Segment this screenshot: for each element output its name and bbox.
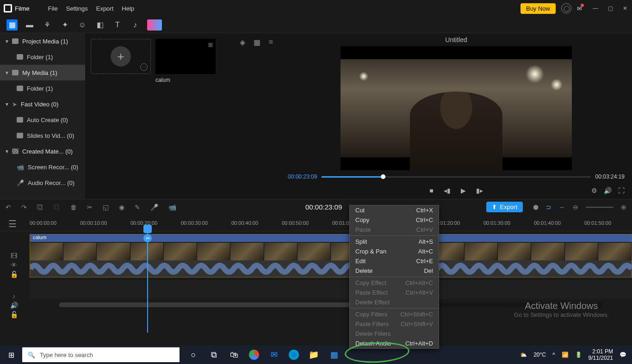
zoom-slider[interactable] bbox=[586, 207, 613, 208]
taskbar-search[interactable]: 🔍 Type here to search bbox=[22, 347, 180, 362]
filme-taskbar-icon[interactable]: ▦ bbox=[328, 349, 340, 360]
sidebar-item-fast-video[interactable]: ▼➤Fast Video (0) bbox=[0, 96, 85, 112]
color-button[interactable]: ✎ bbox=[135, 204, 140, 211]
layers-icon[interactable]: ◈ bbox=[240, 38, 245, 47]
playhead[interactable]: ✂ bbox=[147, 228, 148, 333]
delete-button[interactable]: 🗑 bbox=[70, 204, 77, 211]
speed-button[interactable]: ◉ bbox=[119, 204, 124, 211]
sidebar-item-folder-2[interactable]: Folder (1) bbox=[0, 80, 85, 96]
close-button[interactable]: ✕ bbox=[622, 5, 628, 12]
magnet-icon[interactable]: ⊃ bbox=[546, 204, 551, 211]
task-view-icon[interactable]: ⧉ bbox=[208, 349, 219, 360]
split-button[interactable]: ✂ bbox=[87, 204, 93, 211]
mail-icon[interactable]: ✉ bbox=[268, 349, 279, 360]
sort-icon[interactable]: ≡ bbox=[269, 38, 273, 47]
weather-icon[interactable]: ⛅ bbox=[520, 352, 527, 358]
weather-temp[interactable]: 20°C bbox=[533, 352, 546, 358]
folder-icon[interactable]: ▬ bbox=[24, 19, 35, 31]
text-icon[interactable]: T bbox=[112, 19, 123, 31]
explorer-icon[interactable]: 📁 bbox=[308, 349, 319, 360]
preview-scrubber[interactable] bbox=[322, 176, 590, 178]
sidebar-item-project-media[interactable]: ▼Project Media (1) bbox=[0, 33, 85, 49]
transitions-icon[interactable]: ⚘ bbox=[42, 19, 53, 31]
ctx-crop-pan[interactable]: Crop & PanAlt+C bbox=[350, 247, 439, 256]
sidebar-item-my-media[interactable]: ▼My Media (1) bbox=[0, 65, 85, 80]
minimize-button[interactable]: — bbox=[592, 5, 599, 12]
notifications-icon[interactable]: ✉ bbox=[577, 5, 582, 12]
zoom-out-button[interactable]: ⊖ bbox=[573, 204, 578, 211]
crop-button[interactable]: ◱ bbox=[103, 204, 109, 211]
import-media-button[interactable]: + ⋯ bbox=[91, 39, 151, 74]
record-button[interactable]: 📹 bbox=[168, 204, 176, 211]
media-clip[interactable]: ⊞ calum bbox=[155, 39, 216, 83]
preview-viewport[interactable] bbox=[341, 46, 572, 170]
ctx-copy[interactable]: CopyCtrl+C bbox=[350, 215, 439, 225]
audio-waveform bbox=[30, 260, 632, 277]
filters-icon[interactable]: ◧ bbox=[94, 19, 105, 31]
audio-icon[interactable]: ♪ bbox=[130, 19, 141, 31]
sidebar-item-auto-create[interactable]: Auto Create (0) bbox=[0, 112, 85, 128]
upload-icon: ⬆ bbox=[492, 204, 497, 210]
sidebar-item-screen-recorder[interactable]: 📹Screen Recor... (0) bbox=[0, 159, 85, 175]
zoom-in-button[interactable]: ⊕ bbox=[621, 204, 626, 211]
store-icon[interactable]: 🛍 bbox=[229, 349, 240, 360]
eye-icon[interactable]: 👁 bbox=[11, 261, 17, 269]
video-badge-icon: ⊞ bbox=[208, 42, 213, 48]
more-icon[interactable]: ⋯ bbox=[140, 63, 148, 71]
fit-icon[interactable]: ↔ bbox=[559, 204, 565, 211]
buy-now-button[interactable]: Buy Now bbox=[520, 3, 556, 14]
ctx-delete[interactable]: DeleteDel bbox=[350, 266, 439, 276]
timeline-menu-icon[interactable]: ☰ bbox=[8, 218, 18, 229]
wifi-icon[interactable]: 📶 bbox=[562, 352, 569, 358]
chrome-icon[interactable] bbox=[249, 350, 259, 360]
menu-export[interactable]: Export bbox=[96, 5, 114, 12]
settings-icon[interactable]: ⚙ bbox=[591, 187, 597, 194]
menu-settings[interactable]: Settings bbox=[66, 5, 88, 12]
marker-icon[interactable]: ⬢ bbox=[533, 204, 539, 211]
speaker-icon[interactable]: 🔊 bbox=[10, 302, 18, 309]
tray-expand-icon[interactable]: ^ bbox=[552, 352, 555, 358]
lock-icon[interactable]: 🔓 bbox=[10, 271, 18, 278]
lock-icon[interactable]: 🔓 bbox=[10, 311, 18, 318]
ctx-cut[interactable]: CutCtrl+X bbox=[350, 205, 439, 215]
media-mode-icon[interactable]: ▦ bbox=[6, 19, 18, 31]
account-icon[interactable]: ◯ bbox=[561, 3, 571, 13]
edge-icon[interactable] bbox=[289, 350, 299, 360]
scissors-icon[interactable]: ✂ bbox=[143, 234, 152, 242]
play-button[interactable]: ▶ bbox=[461, 187, 466, 194]
cortana-icon[interactable]: ○ bbox=[188, 349, 199, 360]
stickers-icon[interactable]: ☺ bbox=[77, 19, 88, 31]
menu-file[interactable]: File bbox=[48, 5, 58, 12]
sidebar-item-folder-1[interactable]: Folder (1) bbox=[0, 49, 85, 65]
sidebar-item-audio-recorder[interactable]: 🎤Audio Recor... (0) bbox=[0, 175, 85, 191]
menu-help[interactable]: Help bbox=[122, 5, 134, 12]
sidebar-item-slides[interactable]: Slides to Vid... (0) bbox=[0, 128, 85, 143]
next-frame-button[interactable]: ▮▸ bbox=[476, 187, 483, 194]
video-track-clip[interactable]: calum bbox=[30, 234, 632, 278]
color-icon[interactable] bbox=[147, 19, 162, 31]
redo-button[interactable]: ↷ bbox=[21, 204, 27, 211]
undo-button[interactable]: ↶ bbox=[6, 204, 11, 211]
voice-button[interactable]: 🎤 bbox=[150, 204, 158, 211]
grid-view-icon[interactable]: ▦ bbox=[254, 38, 260, 47]
sidebar-item-created-materials[interactable]: ▼Created Mate... (0) bbox=[0, 143, 85, 159]
export-button[interactable]: ⬆Export bbox=[486, 202, 523, 212]
effects-icon[interactable]: ✦ bbox=[59, 19, 70, 31]
ctx-edit[interactable]: EditCtrl+E bbox=[350, 256, 439, 266]
volume-icon[interactable]: 🔊 bbox=[604, 187, 612, 194]
paste-button[interactable]: ⿻ bbox=[54, 204, 60, 211]
fullscreen-icon[interactable]: ⛶ bbox=[618, 187, 625, 194]
prev-frame-button[interactable]: ◂▮ bbox=[444, 187, 451, 194]
app-name: Filme bbox=[15, 5, 30, 12]
taskbar-clock[interactable]: 2:01 PM 9/11/2021 bbox=[589, 348, 613, 362]
timeline-ruler[interactable]: ☰ 00:00:00:0000:00:10:0000:00:20:0000:00… bbox=[0, 215, 632, 231]
copy-button[interactable]: ⿻ bbox=[37, 204, 43, 211]
ctx-detach-audio[interactable]: Detach AudioCtrl+Alt+D bbox=[350, 339, 439, 348]
ctx-split[interactable]: SplitAlt+S bbox=[350, 237, 439, 247]
battery-icon[interactable]: 🔋 bbox=[575, 352, 582, 358]
audio-track[interactable] bbox=[30, 280, 632, 299]
maximize-button[interactable]: ▢ bbox=[607, 5, 613, 12]
start-button[interactable]: ⊞ bbox=[0, 351, 22, 359]
stop-button[interactable]: ■ bbox=[429, 187, 433, 194]
notification-center-icon[interactable]: 💬 bbox=[620, 352, 626, 358]
